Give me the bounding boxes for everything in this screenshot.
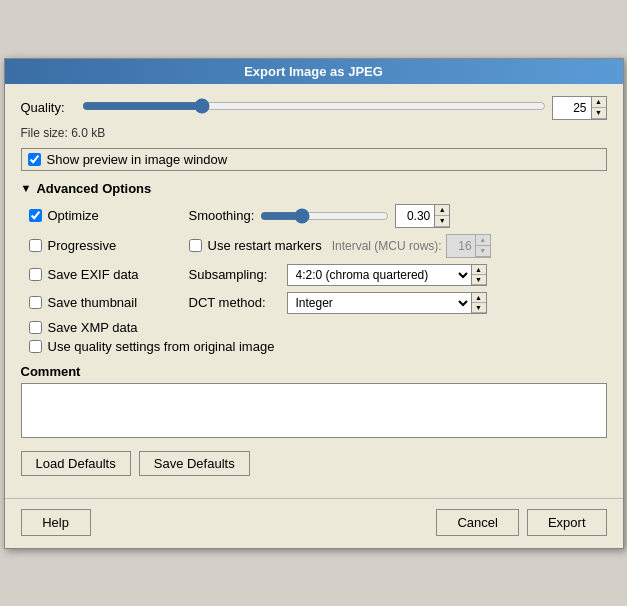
save-thumbnail-row: Save thumbnail	[29, 295, 189, 310]
smoothing-spin-down[interactable]: ▼	[435, 216, 449, 227]
load-defaults-button[interactable]: Load Defaults	[21, 451, 131, 476]
progressive-checkbox[interactable]	[29, 239, 42, 252]
subsampling-select[interactable]: 4:2:0 (chroma quartered) 4:2:2 4:4:4	[288, 265, 471, 285]
smoothing-number-group: 0.30 ▲ ▼	[395, 204, 450, 228]
interval-label: Interval (MCU rows):	[332, 239, 442, 253]
interval-spin-up: ▲	[476, 235, 490, 246]
interval-input-group: 16 ▲ ▼	[446, 234, 491, 258]
progressive-restart-row: Progressive Use restart markers Interval…	[29, 234, 607, 258]
title-bar: Export Image as JPEG	[5, 59, 623, 84]
subsampling-label: Subsampling:	[189, 267, 279, 282]
thumbnail-dct-row: Save thumbnail DCT method: Integer Fixed…	[29, 292, 607, 314]
quality-label: Quality:	[21, 100, 76, 115]
exif-subsampling-row: Save EXIF data Subsampling: 4:2:0 (chrom…	[29, 264, 607, 286]
file-size: File size: 6.0 kB	[21, 126, 607, 140]
subsampling-spin-up[interactable]: ▲	[472, 265, 486, 275]
smoothing-slider[interactable]	[260, 207, 389, 225]
save-thumbnail-checkbox[interactable]	[29, 296, 42, 309]
quality-input[interactable]: 25	[553, 97, 591, 119]
comment-label: Comment	[21, 364, 607, 379]
progressive-label: Progressive	[48, 238, 117, 253]
smoothing-spin-col: ▲ ▼	[434, 205, 449, 227]
export-dialog: Export Image as JPEG Quality: 25 ▲ ▼ Fil…	[4, 58, 624, 549]
optimize-label: Optimize	[48, 208, 99, 223]
restart-markers-label: Use restart markers	[208, 238, 322, 253]
smoothing-row: Smoothing: 0.30 ▲ ▼	[189, 204, 451, 228]
quality-spin-up[interactable]: ▲	[592, 97, 606, 108]
interval-spin-down: ▼	[476, 246, 490, 257]
preview-label: Show preview in image window	[47, 152, 228, 167]
interval-group: Interval (MCU rows): 16 ▲ ▼	[332, 234, 491, 258]
quality-original-checkbox[interactable]	[29, 340, 42, 353]
save-defaults-button[interactable]: Save Defaults	[139, 451, 250, 476]
dct-row: DCT method: Integer Fixed Float ▲ ▼	[189, 292, 487, 314]
preview-checkbox[interactable]	[28, 153, 41, 166]
quality-slider[interactable]	[82, 97, 546, 115]
subsampling-select-group: 4:2:0 (chroma quartered) 4:2:2 4:4:4 ▲ ▼	[287, 264, 487, 286]
comment-textarea[interactable]	[21, 383, 607, 438]
advanced-options-header[interactable]: ▼ Advanced Options	[21, 181, 607, 196]
comment-section: Comment	[21, 364, 607, 441]
optimize-row: Optimize	[29, 208, 189, 223]
help-button[interactable]: Help	[21, 509, 91, 536]
footer-left: Help	[21, 509, 91, 536]
quality-spin-col: ▲ ▼	[591, 97, 606, 119]
preview-checkbox-label[interactable]: Show preview in image window	[21, 148, 607, 171]
optimize-checkbox[interactable]	[29, 209, 42, 222]
dct-spin: ▲ ▼	[471, 293, 486, 313]
save-xmp-row: Save XMP data	[29, 320, 607, 335]
footer-right: Cancel Export	[436, 509, 606, 536]
smoothing-label: Smoothing:	[189, 208, 255, 223]
advanced-arrow-icon: ▼	[21, 182, 32, 194]
dialog-title: Export Image as JPEG	[244, 64, 383, 79]
subsampling-spin: ▲ ▼	[471, 265, 486, 285]
quality-spin-down[interactable]: ▼	[592, 108, 606, 119]
optimize-smoothing-row: Optimize Smoothing: 0.30 ▲ ▼	[29, 204, 607, 228]
save-exif-label: Save EXIF data	[48, 267, 139, 282]
cancel-button[interactable]: Cancel	[436, 509, 518, 536]
dct-label: DCT method:	[189, 295, 279, 310]
progressive-row: Progressive	[29, 238, 189, 253]
quality-number-group: 25 ▲ ▼	[552, 96, 607, 120]
quality-original-row: Use quality settings from original image	[29, 339, 607, 354]
dct-spin-down[interactable]: ▼	[472, 303, 486, 313]
restart-markers-checkbox[interactable]	[189, 239, 202, 252]
quality-original-label: Use quality settings from original image	[48, 339, 275, 354]
dct-select-group: Integer Fixed Float ▲ ▼	[287, 292, 487, 314]
save-exif-checkbox[interactable]	[29, 268, 42, 281]
dct-spin-up[interactable]: ▲	[472, 293, 486, 303]
smoothing-spin-up[interactable]: ▲	[435, 205, 449, 216]
save-xmp-checkbox[interactable]	[29, 321, 42, 334]
interval-spin-col: ▲ ▼	[475, 235, 490, 257]
quality-slider-container	[82, 97, 546, 118]
advanced-label: Advanced Options	[36, 181, 151, 196]
quality-row: Quality: 25 ▲ ▼	[21, 96, 607, 120]
save-exif-row: Save EXIF data	[29, 267, 189, 282]
save-xmp-label: Save XMP data	[48, 320, 138, 335]
save-thumbnail-label: Save thumbnail	[48, 295, 138, 310]
export-button[interactable]: Export	[527, 509, 607, 536]
smoothing-input[interactable]: 0.30	[396, 205, 434, 227]
subsampling-row: Subsampling: 4:2:0 (chroma quartered) 4:…	[189, 264, 487, 286]
defaults-buttons-row: Load Defaults Save Defaults	[21, 451, 607, 476]
dialog-footer: Help Cancel Export	[5, 498, 623, 548]
subsampling-spin-down[interactable]: ▼	[472, 275, 486, 285]
interval-input: 16	[447, 235, 475, 257]
dct-select[interactable]: Integer Fixed Float	[288, 293, 471, 313]
restart-markers-row: Use restart markers Interval (MCU rows):…	[189, 234, 491, 258]
